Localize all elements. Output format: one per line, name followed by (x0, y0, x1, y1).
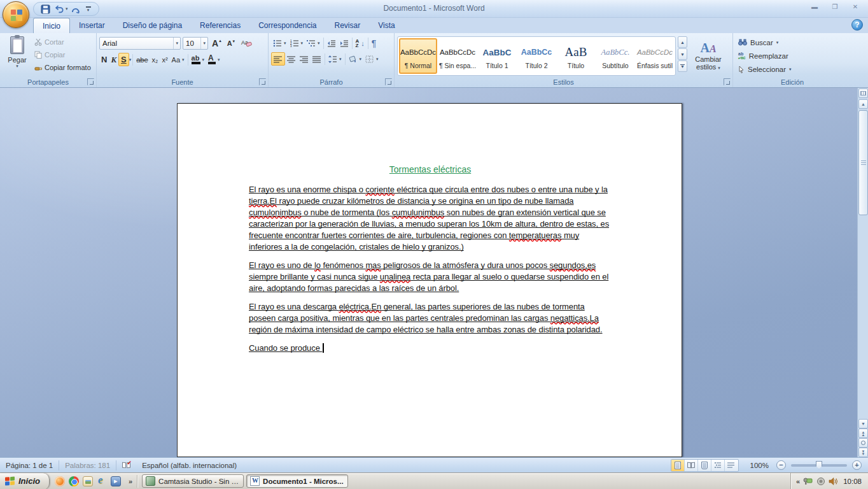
copy-button[interactable]: Copiar (33, 48, 92, 60)
parrafo-dialog-launcher[interactable] (385, 78, 392, 85)
minimize-button[interactable]: ▬ (806, 2, 823, 11)
tab-referencias[interactable]: Referencias (191, 18, 249, 33)
photo-viewer-icon[interactable] (83, 476, 93, 486)
taskbar-task-camtasia[interactable]: Camtasia Studio - Sin títu... (142, 474, 244, 488)
style-normal[interactable]: AaBbCcDc¶ Normal (399, 38, 437, 74)
scroll-up-button[interactable]: ▲ (858, 99, 868, 109)
sort-button[interactable]: AZ ↓ (354, 36, 367, 50)
styles-more-button[interactable]: ▼ (678, 60, 687, 72)
superscript-button[interactable]: x² (160, 53, 169, 66)
tab-vista[interactable]: Vista (369, 18, 403, 33)
shading-button[interactable]: ▾ (347, 52, 364, 66)
estilos-dialog-launcher[interactable] (724, 78, 731, 85)
zoom-slider[interactable] (791, 464, 847, 467)
style-título-1[interactable]: AaBbCTítulo 1 (478, 38, 516, 74)
page-count-status[interactable]: Página: 1 de 1 (0, 458, 59, 472)
find-button[interactable]: Buscar ▾ (736, 36, 849, 48)
tray-status-icon[interactable] (816, 477, 825, 486)
subscript-button[interactable]: x₂ (150, 53, 160, 66)
align-center-button[interactable] (285, 52, 298, 66)
font-size-select[interactable]: 10 ▾ (183, 37, 208, 50)
tab-correspondencia[interactable]: Correspondencia (249, 18, 325, 33)
taskbar-clock[interactable]: 10:08 (843, 478, 862, 485)
office-button[interactable] (3, 1, 29, 28)
font-name-select[interactable]: Arial ▾ (99, 37, 181, 50)
scrollbar-thumb[interactable] (858, 110, 868, 215)
word-count-status[interactable]: Palabras: 181 (59, 458, 116, 472)
previous-page-button[interactable]: ▲▲ (858, 429, 868, 438)
tab-inicio[interactable]: Inicio (33, 18, 70, 33)
restore-button[interactable]: ❐ (826, 2, 844, 11)
quick-launch-overflow-chevron[interactable]: » (126, 478, 135, 485)
draft-view-button[interactable] (725, 460, 738, 471)
redo-button[interactable] (69, 3, 82, 15)
style-título[interactable]: AaBTítulo (557, 38, 595, 74)
highlight-color-button[interactable]: ab ▾ (190, 53, 207, 66)
language-status[interactable]: Español (alfab. internacional) (136, 458, 242, 472)
style-sin-espa[interactable]: AaBbCcDc¶ Sin espa... (438, 38, 477, 74)
styles-scroll-up-button[interactable]: ▲ (678, 36, 687, 48)
justify-button[interactable] (311, 52, 323, 66)
select-button[interactable]: Seleccionar ▾ (736, 63, 849, 75)
tab-revisar[interactable]: Revisar (326, 18, 370, 33)
close-button[interactable]: ✕ (846, 2, 864, 11)
zoom-out-button[interactable]: − (776, 460, 786, 470)
font-color-button[interactable]: A ▾ (206, 53, 222, 66)
underline-button[interactable]: S (118, 53, 129, 66)
start-button[interactable]: Inicio (0, 473, 50, 489)
fullscreen-reading-view-button[interactable] (685, 460, 698, 471)
ruler-toggle-button[interactable] (858, 89, 868, 98)
styles-scroll-down-button[interactable]: ▼ (678, 48, 687, 60)
web-layout-view-button[interactable] (698, 460, 711, 471)
decrease-indent-button[interactable] (325, 36, 338, 50)
replace-button[interactable]: ab⤶ac Reemplazar (736, 50, 849, 62)
spellcheck-status[interactable]: ✓ (116, 458, 136, 472)
borders-button[interactable]: ▾ (363, 52, 381, 66)
zoom-level[interactable]: 100% (750, 462, 769, 469)
strikethrough-button[interactable]: abe (134, 53, 150, 66)
internet-explorer-icon[interactable] (97, 476, 107, 486)
change-styles-button[interactable]: AA Cambiar estilos ▾ (689, 36, 727, 74)
undo-dropdown[interactable]: ▾ (66, 6, 68, 11)
vertical-scrollbar[interactable]: ▲ ▼ ▲▲ ▼▼ (857, 88, 868, 457)
bold-button[interactable]: N (99, 53, 109, 66)
paste-button[interactable]: Pegar ▾ (4, 36, 31, 74)
style-énfasis-sutil[interactable]: AaBbCcDcÉnfasis sutil (636, 38, 674, 74)
clear-formatting-button[interactable]: Aa (239, 36, 254, 50)
scroll-down-button[interactable]: ▼ (858, 419, 868, 429)
customize-qat-button[interactable]: ▾ (83, 3, 94, 15)
help-button[interactable]: ? (851, 19, 863, 31)
multilevel-list-button[interactable]: ▾ (305, 36, 322, 50)
align-left-button[interactable] (271, 52, 285, 66)
document-page[interactable]: Tormentas eléctricas El rayo es una enor… (177, 103, 682, 457)
portapapeles-dialog-launcher[interactable] (87, 78, 94, 85)
undo-button[interactable] (53, 3, 66, 15)
avast-icon[interactable] (55, 476, 65, 486)
chrome-icon[interactable] (69, 476, 79, 486)
tab-diseño-de-página[interactable]: Diseño de página (114, 18, 191, 33)
style-subtítulo[interactable]: AaBbCc.Subtítulo (596, 38, 634, 74)
underline-dropdown[interactable]: ▾ (129, 57, 132, 62)
shrink-font-button[interactable]: A▾ (225, 36, 237, 50)
usb-device-icon[interactable] (803, 477, 813, 485)
style-título-2[interactable]: AaBbCcTítulo 2 (517, 38, 556, 74)
browse-object-button[interactable] (858, 438, 868, 448)
line-spacing-button[interactable]: ▾ (326, 52, 344, 66)
change-case-button[interactable]: Aa▾ (170, 53, 186, 66)
show-marks-button[interactable]: ¶ (370, 36, 379, 50)
outline-view-button[interactable] (711, 460, 725, 471)
zoom-in-button[interactable]: + (852, 460, 862, 470)
tab-insertar[interactable]: Insertar (70, 18, 114, 33)
increase-indent-button[interactable] (338, 36, 351, 50)
media-player-icon[interactable] (111, 476, 121, 486)
fuente-dialog-launcher[interactable] (259, 78, 266, 85)
cut-button[interactable]: Cortar (33, 36, 92, 48)
tray-collapse-chevron[interactable]: « (796, 478, 800, 485)
format-painter-button[interactable]: Copiar formato (33, 61, 92, 73)
align-right-button[interactable] (298, 52, 311, 66)
save-button[interactable] (39, 3, 52, 15)
bullets-button[interactable]: ▾ (271, 36, 288, 50)
volume-icon[interactable] (829, 477, 838, 486)
next-page-button[interactable]: ▼▼ (858, 448, 868, 457)
zoom-slider-thumb[interactable] (816, 461, 822, 469)
